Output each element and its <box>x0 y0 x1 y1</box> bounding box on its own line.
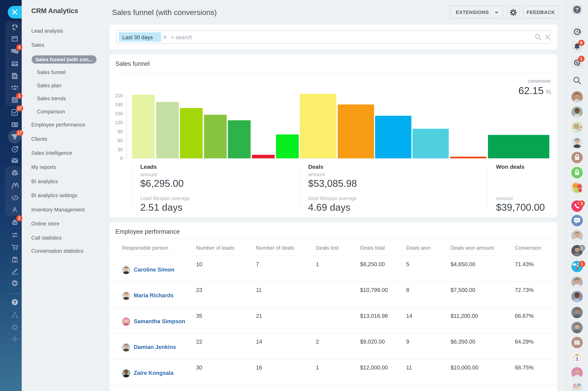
svg-text:?: ? <box>13 299 16 305</box>
svg-text:1: 1 <box>576 356 579 362</box>
svg-text:A: A <box>12 206 17 213</box>
